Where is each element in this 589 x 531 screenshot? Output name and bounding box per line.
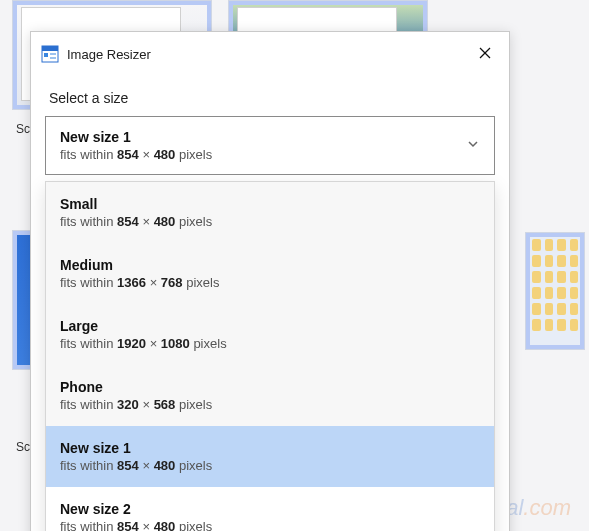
svg-rect-3 xyxy=(50,53,56,55)
size-option-medium[interactable]: Medium fits within 1366 × 768 pixels xyxy=(46,243,494,304)
svg-rect-1 xyxy=(42,46,58,51)
svg-rect-4 xyxy=(50,57,56,59)
close-icon xyxy=(479,45,491,63)
titlebar: Image Resizer xyxy=(31,32,509,72)
dialog-title: Image Resizer xyxy=(67,47,471,62)
app-icon xyxy=(41,45,59,63)
bg-thumbnail xyxy=(525,232,585,350)
combobox-selected-detail: fits within 854 × 480 pixels xyxy=(60,147,456,162)
bg-caption: Sc xyxy=(16,122,30,136)
size-option-new-size-2[interactable]: New size 2 fits within 854 × 480 pixels xyxy=(46,487,494,531)
svg-rect-2 xyxy=(44,53,48,57)
size-combobox[interactable]: New size 1 fits within 854 × 480 pixels xyxy=(45,116,495,175)
image-resizer-dialog: Image Resizer Select a size New size 1 f… xyxy=(30,31,510,531)
size-option-phone[interactable]: Phone fits within 320 × 568 pixels xyxy=(46,365,494,426)
size-option-small[interactable]: Small fits within 854 × 480 pixels xyxy=(46,182,494,243)
size-listbox: Small fits within 854 × 480 pixels Mediu… xyxy=(45,181,495,531)
chevron-down-icon xyxy=(466,137,480,155)
combobox-selected-name: New size 1 xyxy=(60,129,456,145)
size-option-new-size-1[interactable]: New size 1 fits within 854 × 480 pixels xyxy=(46,426,494,487)
size-option-large[interactable]: Large fits within 1920 × 1080 pixels xyxy=(46,304,494,365)
close-button[interactable] xyxy=(471,40,499,68)
select-size-label: Select a size xyxy=(31,72,509,116)
bg-caption: Sc xyxy=(16,440,30,454)
